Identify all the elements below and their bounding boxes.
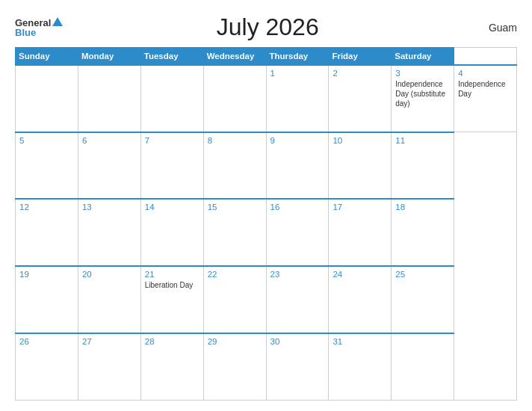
table-row: 22 bbox=[203, 266, 266, 333]
table-row: 18 bbox=[392, 199, 454, 266]
table-row: 16 bbox=[266, 199, 329, 266]
table-row: 2 bbox=[329, 65, 392, 132]
table-row: 8 bbox=[203, 132, 266, 200]
calendar-week-row: 262728293031 bbox=[16, 333, 517, 401]
table-row bbox=[392, 333, 454, 401]
table-row: 17 bbox=[329, 199, 392, 266]
weekday-header-row: Sunday Monday Tuesday Wednesday Thursday… bbox=[16, 48, 517, 66]
col-tuesday: Tuesday bbox=[140, 48, 203, 66]
table-row: 15 bbox=[203, 199, 266, 266]
table-row: 21Liberation Day bbox=[140, 266, 203, 333]
table-row: 1 bbox=[266, 65, 329, 132]
calendar-page: General Blue July 2026 Guam Sunday Monda… bbox=[0, 0, 532, 411]
table-row: 4Independence Day bbox=[454, 65, 517, 132]
table-row: 25 bbox=[392, 266, 454, 333]
table-row: 13 bbox=[78, 199, 140, 266]
region-label: Guam bbox=[472, 22, 517, 34]
table-row: 29 bbox=[203, 333, 266, 401]
col-friday: Friday bbox=[329, 48, 392, 66]
table-row: 26 bbox=[16, 333, 78, 401]
page-header: General Blue July 2026 Guam bbox=[15, 13, 517, 41]
table-row: 7 bbox=[140, 132, 203, 200]
page-title: July 2026 bbox=[63, 13, 472, 41]
calendar-week-row: 123Independence Day (substitute day)4Ind… bbox=[16, 65, 517, 132]
col-saturday: Saturday bbox=[392, 48, 454, 66]
col-monday: Monday bbox=[78, 48, 140, 66]
calendar-week-row: 192021Liberation Day22232425 bbox=[16, 266, 517, 333]
table-row: 10 bbox=[329, 132, 392, 200]
table-row: 19 bbox=[16, 266, 78, 333]
col-thursday: Thursday bbox=[266, 48, 329, 66]
col-sunday: Sunday bbox=[16, 48, 78, 66]
col-wednesday: Wednesday bbox=[203, 48, 266, 66]
logo-triangle-icon bbox=[52, 17, 63, 26]
table-row: 14 bbox=[140, 199, 203, 266]
table-row: 28 bbox=[140, 333, 203, 401]
table-row: 5 bbox=[16, 132, 78, 200]
table-row bbox=[203, 65, 266, 132]
calendar-week-row: 12131415161718 bbox=[16, 199, 517, 266]
table-row: 11 bbox=[392, 132, 454, 200]
logo: General Blue bbox=[15, 17, 63, 37]
table-row bbox=[78, 65, 140, 132]
table-row: 20 bbox=[78, 266, 140, 333]
calendar-week-row: 567891011 bbox=[16, 132, 517, 200]
table-row: 9 bbox=[266, 132, 329, 200]
table-row bbox=[16, 65, 78, 132]
calendar-table: Sunday Monday Tuesday Wednesday Thursday… bbox=[15, 47, 517, 401]
table-row bbox=[140, 65, 203, 132]
table-row: 27 bbox=[78, 333, 140, 401]
logo-blue: Blue bbox=[15, 28, 63, 37]
table-row: 23 bbox=[266, 266, 329, 333]
table-row: 12 bbox=[16, 199, 78, 266]
table-row: 3Independence Day (substitute day) bbox=[392, 65, 454, 132]
table-row: 30 bbox=[266, 333, 329, 401]
table-row: 24 bbox=[329, 266, 392, 333]
table-row: 6 bbox=[78, 132, 140, 200]
table-row: 31 bbox=[329, 333, 392, 401]
